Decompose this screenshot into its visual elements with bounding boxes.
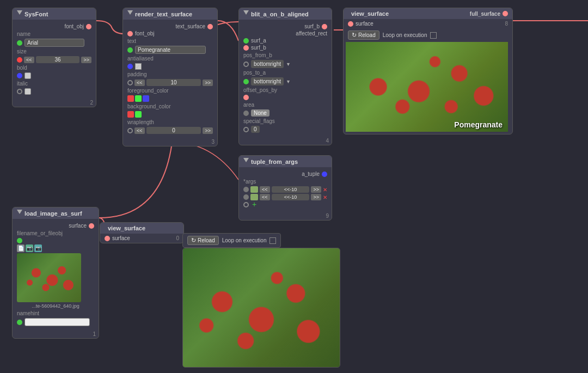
tuple-id: 9 — [239, 212, 332, 220]
name-input[interactable] — [24, 39, 84, 47]
add-arg-port — [243, 202, 249, 207]
surf-b-in-port[interactable] — [243, 45, 249, 51]
size-port[interactable] — [17, 57, 22, 63]
pos-to-a-port[interactable] — [243, 79, 249, 84]
wrap-inc[interactable]: >> — [203, 127, 213, 134]
antialiased-checkbox[interactable]: ✓ — [135, 63, 142, 70]
filename-port[interactable] — [17, 238, 22, 243]
italic-checkbox[interactable] — [24, 88, 31, 95]
size-dec[interactable]: << — [24, 57, 34, 63]
area-port[interactable] — [243, 111, 249, 116]
padding-port[interactable] — [127, 80, 133, 85]
arg2-value: <<-10 — [272, 194, 310, 200]
collapse-icon-rt[interactable] — [127, 10, 133, 17]
arg2-port[interactable] — [243, 194, 249, 200]
font-obj-in-port[interactable] — [127, 31, 133, 36]
bold-checkbox[interactable] — [24, 72, 31, 79]
text-surface-port[interactable] — [207, 24, 213, 29]
load-image-id: 1 — [13, 330, 99, 338]
loop-checkbox-bottom[interactable] — [270, 237, 276, 244]
text-in-port[interactable] — [127, 47, 133, 53]
pom-img-right — [346, 42, 508, 132]
blit-collapse-icon[interactable] — [243, 10, 249, 17]
surf-b-out-label: surf_b — [304, 23, 320, 29]
loop-checkbox-top[interactable] — [430, 32, 437, 39]
special-flags-port[interactable] — [243, 127, 249, 132]
view-surface-bottom-title: view_surface — [108, 225, 145, 231]
arg1-dec[interactable]: << — [260, 186, 270, 193]
blit-header: blit_a_on_b_aligned — [239, 8, 332, 20]
tuple-node: tuple_from_args a_tuple *args << <<-10 >… — [238, 155, 332, 221]
view-bottom-surface-label: surface — [112, 235, 130, 241]
bg-swatch[interactable] — [127, 111, 142, 118]
sysfont-title: SysFont — [24, 11, 48, 17]
pom-scene-small — [17, 253, 81, 302]
wrap-port[interactable] — [127, 128, 133, 133]
namehint-port[interactable] — [17, 320, 22, 325]
a-tuple-port[interactable] — [322, 172, 327, 177]
wrap-dec[interactable]: << — [134, 127, 145, 134]
reload-btn-bottom[interactable]: ↻ Reload — [187, 236, 219, 245]
view-surface-top-header: view_surface full_surface — [344, 8, 512, 19]
arg2-dec[interactable]: << — [260, 194, 270, 200]
offset-port[interactable] — [243, 95, 249, 100]
offset-label: offset_pos_by — [243, 87, 327, 94]
size-value: 36 — [36, 56, 80, 63]
view-bottom-surface-port[interactable] — [105, 236, 110, 241]
arg1-port[interactable] — [243, 187, 249, 192]
padding-inc[interactable]: >> — [203, 80, 213, 86]
arg2-remove[interactable]: ✕ — [323, 194, 327, 200]
tuple-collapse-icon[interactable] — [243, 158, 249, 165]
pos-from-b-value[interactable]: bottomright — [251, 60, 284, 68]
arg1-inc[interactable]: >> — [311, 186, 321, 193]
pos-from-b-arrow: ▼ — [286, 62, 291, 67]
arg1-remove[interactable]: ✕ — [323, 187, 327, 193]
view-top-surface-port[interactable] — [348, 21, 353, 27]
size-inc[interactable]: >> — [81, 57, 91, 63]
padding-dec[interactable]: << — [134, 80, 145, 86]
text-label: text — [127, 38, 213, 45]
pomegranate-preview-right: Pomegranate — [346, 42, 508, 132]
surf-b-out-port[interactable] — [322, 24, 327, 29]
special-flags-value: 0 — [251, 126, 260, 133]
pom-label: Pomegranate — [454, 120, 503, 129]
pos-to-a-label: pos_to_a — [243, 69, 327, 76]
reload-row-bottom: ↻ Reload Loop on execution — [182, 233, 281, 248]
fg-swatch[interactable] — [127, 95, 149, 102]
pos-to-a-value[interactable]: bottomright — [251, 77, 284, 85]
fg-label: foreground_color — [127, 87, 213, 94]
sysfont-id: 2 — [13, 99, 96, 107]
full-surface-label: full_surface — [470, 11, 500, 17]
render-text-title: render_text_surface — [135, 11, 192, 17]
load-image-node: load_image_as_surf surface filename_or_f… — [12, 207, 99, 339]
file-icons[interactable]: 📄 📷 📷 — [17, 244, 42, 252]
load-collapse-icon[interactable] — [17, 210, 22, 217]
reload-icon-top: ↻ — [352, 32, 357, 39]
arg2-inc[interactable]: >> — [311, 194, 321, 200]
bg-label: background_color — [127, 103, 213, 110]
text-input[interactable] — [135, 46, 206, 54]
bottom-image-preview — [182, 248, 340, 368]
arg1-icon — [250, 186, 258, 193]
antialiased-port[interactable] — [127, 64, 133, 69]
font-obj-port[interactable] — [86, 24, 91, 29]
collapse-icon[interactable] — [17, 10, 22, 17]
bold-port[interactable] — [17, 73, 22, 78]
wrap-label: wraplength — [127, 119, 213, 126]
area-label: area — [243, 101, 327, 108]
load-image-preview — [17, 253, 81, 302]
surface-out-port[interactable] — [89, 223, 94, 229]
surf-a-in-port[interactable] — [243, 38, 249, 44]
sysfont-header: SysFont — [13, 8, 96, 20]
view-surface-bottom-node: view_surface surface 0 — [100, 222, 184, 243]
render-text-node: render_text_surface text_surface font_ob… — [122, 8, 218, 146]
full-surface-port[interactable] — [503, 11, 508, 16]
view-bottom-header: view_surface — [100, 223, 183, 234]
add-arg-icon[interactable]: + — [251, 201, 258, 208]
name-port[interactable] — [17, 40, 22, 46]
namehint-input[interactable] — [24, 318, 90, 326]
italic-port[interactable] — [17, 89, 22, 94]
name-label: name — [17, 30, 91, 38]
pos-from-b-port[interactable] — [243, 62, 249, 67]
reload-btn-top[interactable]: ↻ Reload — [348, 30, 379, 40]
